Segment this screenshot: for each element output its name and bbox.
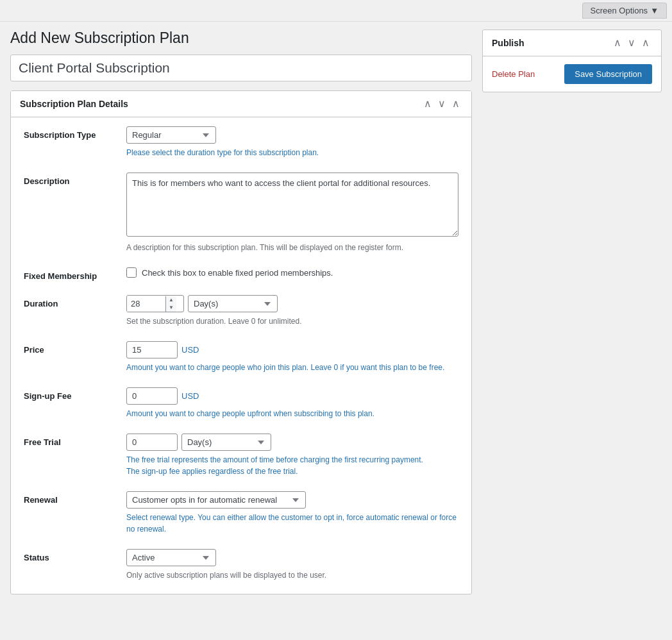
description-field: This is for members who want to access t…: [126, 173, 458, 253]
status-label: Status: [24, 549, 126, 562]
postbox-collapse-down-button[interactable]: ∨: [435, 97, 448, 110]
publish-title: Publish: [492, 38, 611, 48]
subscription-type-help: Please select the duration type for this…: [126, 147, 458, 158]
publish-box: Publish ∧ ∨ ∧ Delete Plan Save Subscript…: [482, 29, 662, 92]
duration-field: ▲ ▼ Day(s) Week(s) Month(s) Year(s): [126, 295, 458, 327]
price-input[interactable]: [126, 341, 178, 358]
postbox-content: Subscription Type Regular One-time Pleas…: [11, 117, 471, 594]
postbox-controls: ∧ ∨ ∧: [421, 97, 462, 110]
description-label: Description: [24, 173, 126, 186]
publish-remove-button[interactable]: ∧: [639, 37, 652, 49]
screen-options-chevron: ▼: [650, 6, 659, 15]
price-currency: USD: [181, 345, 199, 355]
free-trial-unit-select[interactable]: Day(s) Week(s) Month(s) Year(s): [181, 434, 271, 451]
screen-options-bar: Screen Options ▼: [0, 0, 672, 22]
renewal-select[interactable]: Customer opts in for automatic renewal F…: [126, 491, 306, 509]
postbox-header: Subscription Plan Details ∧ ∨ ∧: [11, 91, 471, 117]
signup-fee-field: USD Amount you want to charge people upf…: [126, 387, 458, 419]
status-help: Only active subscription plans will be d…: [126, 569, 458, 581]
publish-collapse-down-button[interactable]: ∨: [625, 37, 638, 49]
subscription-type-field: Regular One-time Please select the durat…: [126, 126, 458, 158]
free-trial-row: Free Trial Day(s) Week(s) Month(s) Year(…: [24, 434, 458, 477]
status-field: Active Inactive Only active subscription…: [126, 549, 458, 581]
subscription-type-row: Subscription Type Regular One-time Pleas…: [24, 126, 458, 158]
fixed-membership-checkbox-label: Check this box to enable fixed period me…: [142, 268, 333, 278]
price-row: Price USD Amount you want to charge peop…: [24, 341, 458, 373]
postbox-remove-button[interactable]: ∧: [449, 97, 462, 110]
subscription-details-box: Subscription Plan Details ∧ ∨ ∧ Subscrip…: [10, 90, 472, 594]
screen-options-button[interactable]: Screen Options ▼: [582, 3, 667, 19]
signup-fee-label: Sign-up Fee: [24, 387, 126, 401]
subscription-type-select[interactable]: Regular One-time: [126, 126, 216, 144]
fixed-membership-row: Fixed Membership Check this box to enabl…: [24, 267, 458, 281]
price-input-row: USD: [126, 341, 458, 358]
subscription-type-label: Subscription Type: [24, 126, 126, 140]
signup-fee-input[interactable]: [126, 387, 178, 405]
duration-label: Duration: [24, 295, 126, 308]
postbox-collapse-up-button[interactable]: ∧: [421, 97, 434, 110]
renewal-help: Select renewal type. You can either allo…: [126, 512, 458, 535]
fixed-membership-label: Fixed Membership: [24, 267, 126, 281]
publish-collapse-up-button[interactable]: ∧: [611, 37, 624, 49]
fixed-membership-checkbox[interactable]: [126, 267, 137, 278]
postbox-title: Subscription Plan Details: [20, 99, 421, 109]
duration-input-row: ▲ ▼ Day(s) Week(s) Month(s) Year(s): [126, 295, 458, 312]
duration-row: Duration ▲ ▼ Day(s): [24, 295, 458, 327]
price-help: Amount you want to charge people who joi…: [126, 362, 458, 373]
fixed-membership-checkbox-row: Check this box to enable fixed period me…: [126, 267, 458, 278]
description-row: Description This is for members who want…: [24, 173, 458, 253]
plan-title-input[interactable]: [10, 55, 472, 81]
delete-plan-link[interactable]: Delete Plan: [492, 69, 535, 79]
signup-fee-help: Amount you want to charge people upfront…: [126, 408, 458, 419]
signup-fee-input-row: USD: [126, 387, 458, 405]
renewal-field: Customer opts in for automatic renewal F…: [126, 491, 458, 535]
save-subscription-button[interactable]: Save Subscription: [564, 64, 652, 84]
renewal-row: Renewal Customer opts in for automatic r…: [24, 491, 458, 535]
free-trial-help-line2: The sign-up fee applies regardless of th…: [126, 467, 298, 476]
fixed-membership-field: Check this box to enable fixed period me…: [126, 267, 458, 278]
duration-unit-select[interactable]: Day(s) Week(s) Month(s) Year(s): [188, 295, 278, 312]
price-field: USD Amount you want to charge people who…: [126, 341, 458, 373]
left-column: Add New Subscription Plan Subscription P…: [10, 29, 472, 605]
free-trial-input-row: Day(s) Week(s) Month(s) Year(s): [126, 434, 458, 451]
free-trial-help-line1: The free trial represents the amount of …: [126, 455, 423, 464]
publish-header: Publish ∧ ∨ ∧: [483, 30, 661, 56]
free-trial-help-1: The free trial represents the amount of …: [126, 454, 458, 477]
duration-spinner-btns: ▲ ▼: [165, 296, 176, 312]
screen-options-label: Screen Options: [591, 6, 648, 15]
signup-fee-currency: USD: [181, 391, 199, 401]
page-title: Add New Subscription Plan: [10, 29, 472, 47]
description-textarea[interactable]: This is for members who want to access t…: [126, 173, 458, 237]
free-trial-field: Day(s) Week(s) Month(s) Year(s) The free…: [126, 434, 458, 477]
status-row: Status Active Inactive Only active subsc…: [24, 549, 458, 581]
publish-content: Delete Plan Save Subscription: [483, 56, 661, 92]
publish-header-controls: ∧ ∨ ∧: [611, 37, 652, 49]
free-trial-label: Free Trial: [24, 434, 126, 447]
status-select[interactable]: Active Inactive: [126, 549, 216, 566]
right-column: Publish ∧ ∨ ∧ Delete Plan Save Subscript…: [482, 29, 662, 92]
duration-number-wrapper: ▲ ▼: [126, 295, 184, 312]
duration-help: Set the subscription duration. Leave 0 f…: [126, 316, 458, 327]
free-trial-input[interactable]: [126, 434, 178, 451]
price-label: Price: [24, 341, 126, 355]
signup-fee-row: Sign-up Fee USD Amount you want to charg…: [24, 387, 458, 419]
duration-input[interactable]: [127, 296, 165, 312]
renewal-label: Renewal: [24, 491, 126, 505]
duration-spinner-up[interactable]: ▲: [166, 296, 176, 304]
description-help: A description for this subscription plan…: [126, 242, 458, 253]
duration-spinner-down[interactable]: ▼: [166, 304, 176, 312]
main-layout: Add New Subscription Plan Subscription P…: [0, 22, 672, 612]
